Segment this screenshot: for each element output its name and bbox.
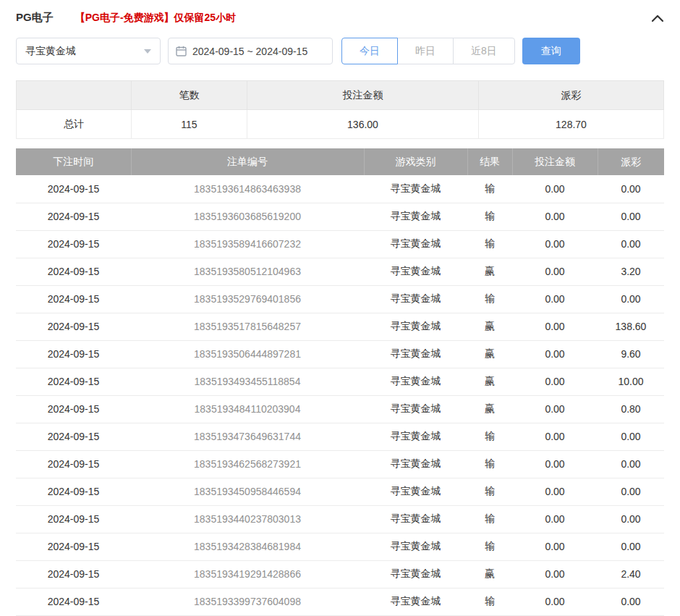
cell-order-id: 1835193419291428866	[131, 560, 364, 588]
cell-bet-amount: 0.00	[512, 230, 598, 258]
record-row: 2024-09-151835193506444897281寻宝黄金城赢0.009…	[16, 340, 664, 368]
cell-bet-time: 2024-09-15	[16, 478, 131, 505]
cell-payout: 0.00	[598, 478, 664, 505]
cell-result: 输	[467, 175, 512, 203]
records-header-bet-amount: 投注金额	[512, 148, 598, 175]
cell-game-type: 寻宝黄金城	[364, 258, 467, 285]
cell-bet-amount: 0.00	[512, 340, 598, 368]
cell-payout: 0.00	[598, 588, 664, 615]
cell-payout: 0.00	[598, 505, 664, 533]
cell-bet-time: 2024-09-15	[16, 203, 131, 230]
cell-bet-amount: 0.00	[512, 368, 598, 395]
cell-game-type: 寻宝黄金城	[364, 505, 467, 533]
record-row: 2024-09-151835193428384681984寻宝黄金城输0.000…	[16, 533, 664, 560]
cell-bet-time: 2024-09-15	[16, 588, 131, 615]
cell-bet-amount: 0.00	[512, 258, 598, 285]
cell-order-id: 1835193529769401856	[131, 285, 364, 313]
cell-result: 赢	[467, 258, 512, 285]
records-header-bet-time: 下注时间	[16, 148, 131, 175]
cell-order-id: 1835193399737604098	[131, 588, 364, 615]
cell-payout: 3.20	[598, 258, 664, 285]
record-row: 2024-09-151835193399737604098寻宝黄金城输0.000…	[16, 588, 664, 615]
quick-range-last-8-days[interactable]: 近8日	[453, 38, 515, 64]
records-header-order-id: 注单编号	[131, 148, 364, 175]
game-select[interactable]: 寻宝黄金城	[16, 38, 161, 64]
cell-result: 赢	[467, 368, 512, 395]
cell-bet-amount: 0.00	[512, 395, 598, 423]
header: PG电子 【PG电子-免费游戏】仅保留25小时	[16, 0, 664, 29]
cell-result: 输	[467, 285, 512, 313]
records-header-row: 下注时间 注单编号 游戏类别 结果 投注金额 派彩	[16, 148, 664, 175]
cell-result: 赢	[467, 313, 512, 340]
cell-bet-time: 2024-09-15	[16, 533, 131, 560]
cell-payout: 9.60	[598, 340, 664, 368]
date-range-input[interactable]: 2024-09-15 ~ 2024-09-15	[168, 38, 333, 64]
cell-bet-time: 2024-09-15	[16, 258, 131, 285]
cell-game-type: 寻宝黄金城	[364, 423, 467, 450]
cell-order-id: 1835193580512104963	[131, 258, 364, 285]
cell-game-type: 寻宝黄金城	[364, 450, 467, 478]
cell-bet-time: 2024-09-15	[16, 175, 131, 203]
cell-result: 输	[467, 478, 512, 505]
cell-bet-amount: 0.00	[512, 423, 598, 450]
cell-payout: 0.00	[598, 423, 664, 450]
date-range-value: 2024-09-15 ~ 2024-09-15	[192, 46, 307, 57]
cell-payout: 138.60	[598, 313, 664, 340]
summary-header-count: 笔数	[132, 81, 247, 110]
caret-down-icon	[144, 49, 151, 54]
cell-bet-amount: 0.00	[512, 478, 598, 505]
record-row: 2024-09-151835193440237803013寻宝黄金城输0.000…	[16, 505, 664, 533]
cell-result: 输	[467, 450, 512, 478]
cell-game-type: 寻宝黄金城	[364, 230, 467, 258]
cell-result: 输	[467, 230, 512, 258]
cell-bet-time: 2024-09-15	[16, 505, 131, 533]
cell-bet-time: 2024-09-15	[16, 340, 131, 368]
pg-records-page: PG电子 【PG电子-免费游戏】仅保留25小时 寻宝黄金城 2024-09-15…	[0, 0, 680, 616]
summary-count-value: 115	[132, 110, 247, 139]
cell-bet-time: 2024-09-15	[16, 423, 131, 450]
cell-bet-time: 2024-09-15	[16, 230, 131, 258]
cell-bet-time: 2024-09-15	[16, 395, 131, 423]
record-row: 2024-09-151835193580512104963寻宝黄金城赢0.003…	[16, 258, 664, 285]
cell-bet-amount: 0.00	[512, 588, 598, 615]
cell-payout: 0.00	[598, 203, 664, 230]
cell-bet-amount: 0.00	[512, 450, 598, 478]
cell-bet-time: 2024-09-15	[16, 368, 131, 395]
summary-total-label: 总计	[17, 110, 132, 139]
cell-order-id: 1835193440237803013	[131, 505, 364, 533]
cell-result: 赢	[467, 340, 512, 368]
record-row: 2024-09-151835193529769401856寻宝黄金城输0.000…	[16, 285, 664, 313]
cell-payout: 0.00	[598, 450, 664, 478]
quick-range-today[interactable]: 今日	[341, 38, 398, 64]
summary-table: 笔数 投注金额 派彩 总计 115 136.00 128.70	[16, 80, 664, 139]
cell-result: 输	[467, 588, 512, 615]
cell-result: 输	[467, 203, 512, 230]
calendar-icon	[176, 46, 187, 56]
cell-result: 输	[467, 423, 512, 450]
cell-bet-time: 2024-09-15	[16, 285, 131, 313]
cell-payout: 0.00	[598, 175, 664, 203]
cell-bet-amount: 0.00	[512, 285, 598, 313]
record-row: 2024-09-151835193450958446594寻宝黄金城输0.000…	[16, 478, 664, 505]
summary-total-row: 总计 115 136.00 128.70	[17, 110, 664, 139]
cell-order-id: 1835193493455118854	[131, 368, 364, 395]
cell-bet-time: 2024-09-15	[16, 450, 131, 478]
cell-order-id: 1835193589416607232	[131, 230, 364, 258]
quick-range-group: 今日昨日近8日	[341, 38, 515, 64]
summary-header-row: 笔数 投注金额 派彩	[17, 81, 664, 110]
cell-game-type: 寻宝黄金城	[364, 285, 467, 313]
cell-payout: 0.00	[598, 533, 664, 560]
cell-bet-amount: 0.00	[512, 203, 598, 230]
summary-header-empty	[17, 81, 132, 110]
search-button[interactable]: 查询	[522, 38, 580, 64]
records-header-game-type: 游戏类别	[364, 148, 467, 175]
chevron-up-icon[interactable]	[651, 14, 664, 22]
records-header-result: 结果	[467, 148, 512, 175]
records-table: 下注时间 注单编号 游戏类别 结果 投注金额 派彩 2024-09-151835…	[16, 148, 664, 616]
quick-range-yesterday[interactable]: 昨日	[397, 38, 454, 64]
cell-result: 输	[467, 533, 512, 560]
page-title: PG电子	[16, 11, 54, 25]
records-body: 2024-09-151835193614863463938寻宝黄金城输0.000…	[16, 175, 664, 615]
cell-bet-time: 2024-09-15	[16, 560, 131, 588]
cell-game-type: 寻宝黄金城	[364, 313, 467, 340]
